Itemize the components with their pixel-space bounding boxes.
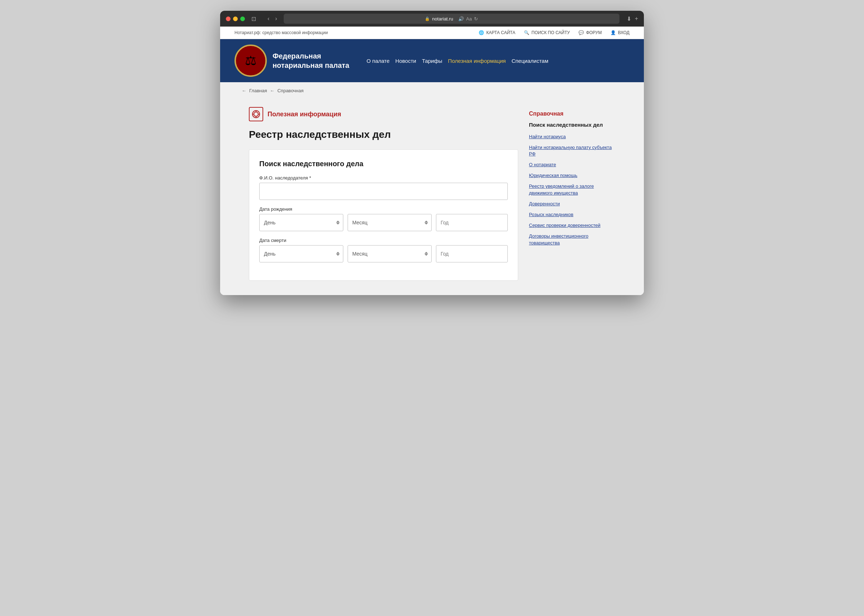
page-content: Нотариат.рф: средство массовой информаци… — [220, 27, 644, 295]
birth-day-select[interactable]: День — [259, 214, 343, 231]
birth-date-label: Дата рождения — [259, 206, 508, 212]
lock-icon: 🔒 — [425, 17, 430, 21]
main-header: ⚖ Федеральная нотариальная палата О пала… — [220, 39, 644, 82]
translate-icon: Аа — [466, 16, 472, 22]
user-icon: 👤 — [611, 30, 616, 35]
utility-nav: 🌐 КАРТА САЙТА 🔍 ПОИСК ПО САЙТУ 💬 ФОРУМ 👤… — [479, 30, 630, 35]
address-bar[interactable]: 🔒 notariat.ru 🔊 Аа ↻ — [284, 14, 620, 24]
nav-login[interactable]: 👤 ВХОД — [611, 30, 630, 35]
new-tab-icon[interactable]: + — [635, 16, 638, 22]
nav-tariffs[interactable]: Тарифы — [419, 57, 445, 65]
nav-about[interactable]: О палате — [364, 57, 392, 65]
arrow-2: ← — [270, 88, 274, 93]
org-name-line2: нотариальная палата — [272, 61, 349, 69]
forum-icon: 💬 — [579, 30, 584, 35]
sidebar-toggle-button[interactable]: ⊡ — [249, 15, 258, 23]
breadcrumb: ← Главная ← Справочная — [242, 82, 622, 96]
dot-yellow[interactable] — [233, 17, 238, 21]
birth-year-input[interactable] — [436, 214, 508, 231]
nav-useful-info[interactable]: Полезная информация — [445, 57, 509, 65]
browser-titlebar: ⊡ ‹ › 🔒 notariat.ru 🔊 Аа ↻ ⬇ + — [220, 11, 644, 27]
nav-login-label: ВХОД — [618, 30, 630, 35]
death-year-input[interactable] — [436, 245, 508, 262]
map-icon: 🌐 — [479, 30, 484, 35]
back-button[interactable]: ‹ — [265, 15, 271, 23]
nav-search[interactable]: 🔍 ПОИСК ПО САЙТУ — [524, 30, 570, 35]
sidebar-link-poa[interactable]: Доверенности — [529, 201, 615, 207]
nav-news[interactable]: Новости — [392, 57, 419, 65]
birth-month-select[interactable]: Месяц — [348, 214, 432, 231]
svg-point-1 — [254, 112, 258, 116]
breadcrumb-home[interactable]: Главная — [249, 88, 267, 93]
name-label: Ф.И.О. наследодателя * — [259, 175, 508, 181]
form-title: Поиск наследственного дела — [259, 160, 508, 168]
breadcrumb-reference[interactable]: Справочная — [277, 88, 304, 93]
nav-forum[interactable]: 💬 ФОРУМ — [579, 30, 602, 35]
nav-map-label: КАРТА САЙТА — [486, 30, 515, 35]
sidebar-link-legal[interactable]: Юридическая помощь — [529, 172, 615, 179]
sidebar-link-investment[interactable]: Договоры инвестиционного товарищества — [529, 233, 615, 246]
content-wrapper: ← Главная ← Справочная — [234, 82, 630, 295]
content-area: Полезная информация Реестр наследственны… — [242, 100, 622, 295]
name-field-group: Ф.И.О. наследодателя * — [259, 175, 508, 200]
download-icon[interactable]: ⬇ — [626, 16, 631, 22]
death-day-select[interactable]: День — [259, 245, 343, 262]
sidebar-section-title: Справочная — [529, 107, 615, 117]
nav-forum-label: ФОРУМ — [586, 30, 602, 35]
nav-specialists[interactable]: Специалистам — [508, 57, 551, 65]
emblem-icon: ⚖ — [245, 53, 257, 68]
browser-right-buttons: ⬇ + — [626, 16, 638, 22]
forward-button[interactable]: › — [273, 15, 279, 23]
sidebar-active-link: Поиск наследственных дел — [529, 121, 615, 129]
utility-bar: Нотариат.рф: средство массовой информаци… — [220, 27, 644, 39]
sidebar-link-pledge[interactable]: Реестр уведомлений о залоге движимого им… — [529, 183, 615, 196]
org-name-line1: Федеральная — [272, 52, 321, 60]
death-day-wrapper: День — [259, 245, 343, 262]
browser-dots — [226, 17, 245, 21]
birth-month-wrapper: Месяц — [348, 214, 432, 231]
sidebar-link-verify-poa[interactable]: Сервис проверки доверенностей — [529, 222, 615, 229]
death-month-wrapper: Месяц — [348, 245, 432, 262]
browser-window: ⊡ ‹ › 🔒 notariat.ru 🔊 Аа ↻ ⬇ + Нотариат.… — [220, 11, 644, 295]
form-card: Поиск наследственного дела Ф.И.О. наслед… — [249, 149, 518, 281]
dot-green[interactable] — [240, 17, 245, 21]
reload-icon[interactable]: ↻ — [474, 16, 478, 22]
nav-map[interactable]: 🌐 КАРТА САЙТА — [479, 30, 515, 35]
arrow-1: ← — [242, 88, 246, 93]
sidebar-link-chamber[interactable]: Найти нотариальную палату субъекта РФ — [529, 144, 615, 157]
death-date-label: Дата смерти — [259, 238, 508, 243]
search-icon: 🔍 — [524, 30, 529, 35]
section-title: Полезная информация — [268, 110, 341, 118]
section-icon — [249, 107, 263, 121]
birth-day-wrapper: День — [259, 214, 343, 231]
site-tagline: Нотариат.рф: средство массовой информаци… — [234, 30, 328, 35]
birth-date-row: День Месяц — [259, 214, 508, 231]
page-title: Реестр наследственных дел — [249, 129, 518, 141]
sidebar: Справочная Поиск наследственных дел Найт… — [529, 107, 615, 281]
main-nav: О палате Новости Тарифы Полезная информа… — [364, 57, 551, 65]
main-content: Полезная информация Реестр наследственны… — [249, 107, 518, 281]
sidebar-link-about[interactable]: О нотариате — [529, 162, 615, 168]
audio-icon: 🔊 — [458, 16, 464, 22]
logo-area: ⚖ Федеральная нотариальная палата — [234, 44, 349, 77]
death-month-select[interactable]: Месяц — [348, 245, 432, 262]
dot-red[interactable] — [226, 17, 231, 21]
url-text: notariat.ru — [432, 16, 453, 22]
sidebar-link-notary[interactable]: Найти нотариуса — [529, 134, 615, 140]
logo-emblem: ⚖ — [234, 44, 267, 77]
birth-date-group: Дата рождения День — [259, 206, 508, 231]
death-date-row: День Месяц — [259, 245, 508, 262]
browser-nav: ‹ › — [265, 15, 279, 23]
nav-search-label: ПОИСК ПО САЙТУ — [532, 30, 570, 35]
name-input[interactable] — [259, 183, 508, 200]
death-date-group: Дата смерти День — [259, 238, 508, 262]
section-badge: Полезная информация — [249, 107, 518, 121]
org-name: Федеральная нотариальная палата — [272, 51, 349, 70]
sidebar-link-heirs[interactable]: Розыск наследников — [529, 211, 615, 218]
